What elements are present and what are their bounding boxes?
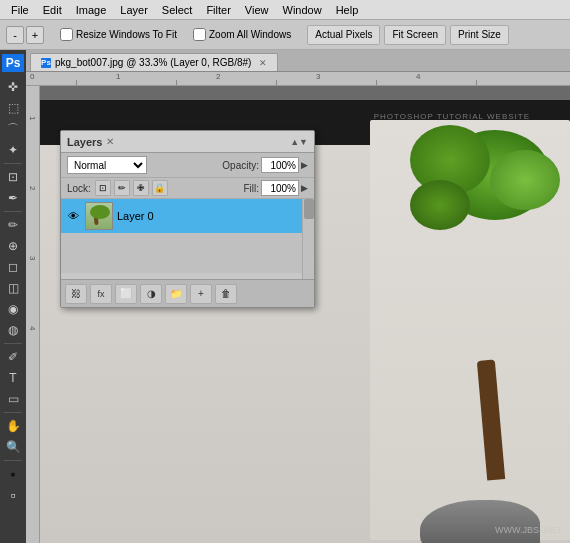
tool-zoom[interactable]: 🔍 <box>2 437 24 457</box>
canvas-content: PHOTOSHOP TUTORIAL WEBSITE <box>40 100 570 543</box>
layer-thumbnail <box>85 202 113 230</box>
foliage-branch-left <box>410 180 470 230</box>
ruler-v-label-3: 3 <box>28 256 37 260</box>
zoom-out-button[interactable]: - <box>6 26 24 44</box>
link-layers-button[interactable]: ⛓ <box>65 284 87 304</box>
tool-gradient[interactable]: ◫ <box>2 278 24 298</box>
zoom-controls: - + <box>6 26 44 44</box>
menu-image[interactable]: Image <box>69 3 114 17</box>
main-area: Ps ✜ ⬚ ⌒ ✦ ⊡ ✒ ✏ ⊕ ◻ ◫ ◉ ◍ ✐ T ▭ ✋ 🔍 ▪ ▫… <box>0 50 570 543</box>
menu-layer[interactable]: Layer <box>113 3 155 17</box>
tool-lasso[interactable]: ⌒ <box>2 119 24 139</box>
menu-select[interactable]: Select <box>155 3 200 17</box>
tool-blur[interactable]: ◉ <box>2 299 24 319</box>
foliage-right <box>490 150 560 210</box>
new-group-button[interactable]: 📁 <box>165 284 187 304</box>
tab-bar: Ps pkg_bot007.jpg @ 33.3% (Layer 0, RGB/… <box>26 50 570 72</box>
opacity-input[interactable] <box>261 157 299 173</box>
tool-hand[interactable]: ✋ <box>2 416 24 436</box>
ruler-v-label-1: 1 <box>28 116 37 120</box>
ruler-h-label-2: 2 <box>216 72 220 81</box>
lock-position-button[interactable]: ✙ <box>133 180 149 196</box>
tool-path[interactable]: ✐ <box>2 347 24 367</box>
ruler-horizontal: 0 1 2 3 4 <box>26 72 570 86</box>
lock-all-button[interactable]: 🔒 <box>152 180 168 196</box>
resize-windows-option[interactable]: Resize Windows To Fit <box>60 28 177 41</box>
tool-clone[interactable]: ⊕ <box>2 236 24 256</box>
delete-layer-button[interactable]: 🗑 <box>215 284 237 304</box>
resize-windows-checkbox[interactable] <box>60 28 73 41</box>
menubar: File Edit Image Layer Select Filter View… <box>0 0 570 20</box>
rock <box>420 500 540 543</box>
tool-eraser[interactable]: ◻ <box>2 257 24 277</box>
tool-brush[interactable]: ✏ <box>2 215 24 235</box>
add-mask-button[interactable]: ⬜ <box>115 284 137 304</box>
lock-icons: ⊡ ✏ ✙ 🔒 <box>95 180 168 196</box>
background-color[interactable]: ▫ <box>2 485 24 505</box>
resize-windows-label: Resize Windows To Fit <box>76 29 177 40</box>
tool-eyedropper[interactable]: ✒ <box>2 188 24 208</box>
tool-separator-5 <box>4 460 22 461</box>
canvas-area: Ps pkg_bot007.jpg @ 33.3% (Layer 0, RGB/… <box>26 50 570 543</box>
lock-label: Lock: <box>67 183 91 194</box>
tab-ps-icon: Ps <box>41 58 51 68</box>
panel-titlebar[interactable]: Layers ✕ ▲▼ <box>61 131 314 153</box>
menu-help[interactable]: Help <box>329 3 366 17</box>
fit-screen-button[interactable]: Fit Screen <box>384 25 446 45</box>
panel-scrollbar[interactable] <box>302 199 314 279</box>
tool-shape[interactable]: ▭ <box>2 389 24 409</box>
lock-transparent-button[interactable]: ⊡ <box>95 180 111 196</box>
tool-crop[interactable]: ⊡ <box>2 167 24 187</box>
tool-dodge[interactable]: ◍ <box>2 320 24 340</box>
panel-title: Layers <box>67 136 102 148</box>
print-size-button[interactable]: Print Size <box>450 25 509 45</box>
layer-visibility-icon[interactable]: 👁 <box>65 208 81 224</box>
tool-separator-3 <box>4 343 22 344</box>
menu-file[interactable]: File <box>4 3 36 17</box>
tool-marquee[interactable]: ⬚ <box>2 98 24 118</box>
bonsai-tree-area <box>370 120 570 540</box>
ruler-h-label-3: 3 <box>316 72 320 81</box>
layer-name: Layer 0 <box>117 210 310 222</box>
lock-pixels-button[interactable]: ✏ <box>114 180 130 196</box>
lock-row: Lock: ⊡ ✏ ✙ 🔒 Fill: ▶ <box>61 178 314 199</box>
fill-input[interactable] <box>261 180 299 196</box>
tool-text[interactable]: T <box>2 368 24 388</box>
tab-close-icon[interactable]: ✕ <box>259 58 267 68</box>
canvas-tab[interactable]: Ps pkg_bot007.jpg @ 33.3% (Layer 0, RGB/… <box>30 53 278 71</box>
blend-mode-select[interactable]: Normal <box>67 156 147 174</box>
bonsai-trunk <box>477 359 505 480</box>
tool-move[interactable]: ✜ <box>2 77 24 97</box>
fx-button[interactable]: fx <box>90 284 112 304</box>
opacity-controls: Opacity: ▶ <box>151 157 308 173</box>
menu-view[interactable]: View <box>238 3 276 17</box>
foreground-color[interactable]: ▪ <box>2 464 24 484</box>
menu-edit[interactable]: Edit <box>36 3 69 17</box>
new-layer-button[interactable]: + <box>190 284 212 304</box>
options-toolbar: - + Resize Windows To Fit Zoom All Windo… <box>0 20 570 50</box>
zoom-all-label: Zoom All Windows <box>209 29 291 40</box>
layer-list: 👁 Layer 0 <box>61 199 314 279</box>
zoom-all-option[interactable]: Zoom All Windows <box>193 28 291 41</box>
ps-logo: Ps <box>2 54 24 72</box>
opacity-label: Opacity: <box>222 160 259 171</box>
tool-separator-2 <box>4 211 22 212</box>
scroll-thumb[interactable] <box>304 199 314 219</box>
tool-separator-1 <box>4 163 22 164</box>
actual-pixels-button[interactable]: Actual Pixels <box>307 25 380 45</box>
ruler-h-label-0: 0 <box>30 72 34 81</box>
layer-item[interactable]: 👁 Layer 0 <box>61 199 314 233</box>
tool-magic-wand[interactable]: ✦ <box>2 140 24 160</box>
fill-label: Fill: <box>243 183 259 194</box>
panel-title-area: Layers ✕ <box>67 136 114 148</box>
menu-window[interactable]: Window <box>276 3 329 17</box>
fill-arrow-icon[interactable]: ▶ <box>301 183 308 193</box>
panel-bottom-toolbar: ⛓ fx ⬜ ◑ 📁 + 🗑 <box>61 279 314 307</box>
panel-collapse-icon[interactable]: ▲▼ <box>290 137 308 147</box>
ruler-v-label-2: 2 <box>28 186 37 190</box>
adjustment-button[interactable]: ◑ <box>140 284 162 304</box>
zoom-in-button[interactable]: + <box>26 26 44 44</box>
zoom-all-checkbox[interactable] <box>193 28 206 41</box>
menu-filter[interactable]: Filter <box>199 3 237 17</box>
opacity-arrow-icon[interactable]: ▶ <box>301 160 308 170</box>
